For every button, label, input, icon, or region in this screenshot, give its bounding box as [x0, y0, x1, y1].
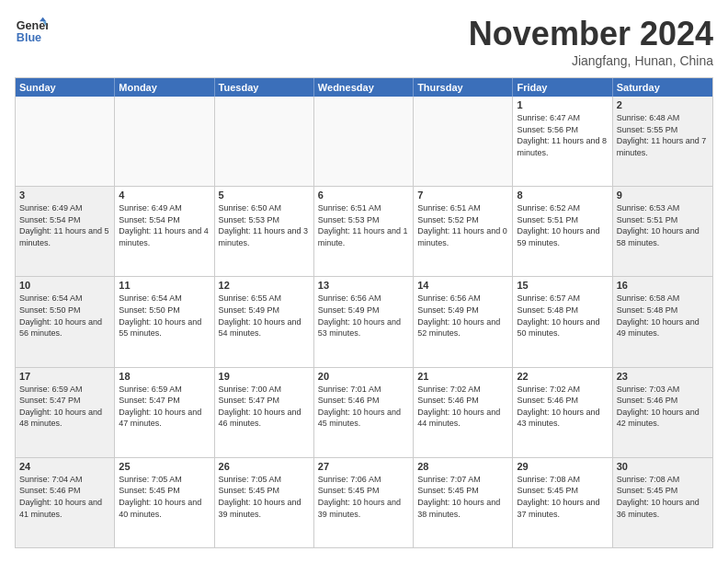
- weekday-header: Wednesday: [314, 78, 414, 97]
- cell-info: Sunrise: 7:08 AMSunset: 5:45 PMDaylight:…: [517, 474, 608, 520]
- calendar-cell: 24Sunrise: 7:04 AMSunset: 5:46 PMDayligh…: [16, 458, 115, 547]
- calendar-cell: 21Sunrise: 7:02 AMSunset: 5:46 PMDayligh…: [414, 368, 513, 457]
- header: General Blue November 2024 Jiangfang, Hu…: [15, 15, 713, 68]
- calendar-cell: 22Sunrise: 7:02 AMSunset: 5:46 PMDayligh…: [513, 368, 612, 457]
- day-number: 22: [517, 371, 608, 382]
- cell-info: Sunrise: 7:02 AMSunset: 5:46 PMDaylight:…: [517, 384, 608, 430]
- month-title: November 2024: [469, 15, 713, 53]
- calendar-cell: [414, 97, 513, 186]
- calendar-cell: 19Sunrise: 7:00 AMSunset: 5:47 PMDayligh…: [215, 368, 314, 457]
- logo-icon: General Blue: [15, 15, 48, 48]
- calendar-cell: 1Sunrise: 6:47 AMSunset: 5:56 PMDaylight…: [513, 97, 612, 186]
- calendar-cell: 26Sunrise: 7:05 AMSunset: 5:45 PMDayligh…: [215, 458, 314, 547]
- calendar-cell: 12Sunrise: 6:55 AMSunset: 5:49 PMDayligh…: [215, 277, 314, 366]
- day-number: 25: [119, 461, 210, 472]
- day-number: 14: [417, 280, 508, 291]
- calendar-cell: 23Sunrise: 7:03 AMSunset: 5:46 PMDayligh…: [613, 368, 712, 457]
- calendar-cell: [215, 97, 314, 186]
- calendar-row: 24Sunrise: 7:04 AMSunset: 5:46 PMDayligh…: [16, 457, 712, 547]
- day-number: 15: [517, 280, 608, 291]
- cell-info: Sunrise: 6:51 AMSunset: 5:52 PMDaylight:…: [417, 202, 508, 248]
- cell-info: Sunrise: 7:00 AMSunset: 5:47 PMDaylight:…: [219, 384, 310, 430]
- day-number: 2: [617, 99, 709, 110]
- calendar-cell: 27Sunrise: 7:06 AMSunset: 5:45 PMDayligh…: [314, 458, 414, 547]
- cell-info: Sunrise: 7:04 AMSunset: 5:46 PMDaylight:…: [19, 474, 110, 520]
- calendar-row: 1Sunrise: 6:47 AMSunset: 5:56 PMDaylight…: [16, 97, 712, 186]
- day-number: 17: [19, 371, 110, 382]
- cell-info: Sunrise: 6:58 AMSunset: 5:48 PMDaylight:…: [617, 293, 709, 339]
- calendar-cell: [314, 97, 414, 186]
- cell-info: Sunrise: 6:53 AMSunset: 5:51 PMDaylight:…: [617, 202, 709, 248]
- cell-info: Sunrise: 7:07 AMSunset: 5:45 PMDaylight:…: [417, 474, 508, 520]
- weekday-header: Monday: [115, 78, 214, 97]
- calendar-cell: 13Sunrise: 6:56 AMSunset: 5:49 PMDayligh…: [314, 277, 414, 366]
- calendar-cell: 15Sunrise: 6:57 AMSunset: 5:48 PMDayligh…: [513, 277, 612, 366]
- svg-text:Blue: Blue: [17, 31, 41, 44]
- calendar-cell: [115, 97, 214, 186]
- calendar-cell: 14Sunrise: 6:56 AMSunset: 5:49 PMDayligh…: [414, 277, 513, 366]
- day-number: 1: [517, 99, 608, 110]
- calendar-row: 3Sunrise: 6:49 AMSunset: 5:54 PMDaylight…: [16, 186, 712, 276]
- calendar-cell: 9Sunrise: 6:53 AMSunset: 5:51 PMDaylight…: [613, 187, 712, 276]
- day-number: 23: [617, 371, 709, 382]
- calendar-cell: 3Sunrise: 6:49 AMSunset: 5:54 PMDaylight…: [16, 187, 115, 276]
- day-number: 11: [119, 280, 210, 291]
- day-number: 7: [417, 190, 508, 201]
- calendar-cell: 30Sunrise: 7:08 AMSunset: 5:45 PMDayligh…: [613, 458, 712, 547]
- day-number: 26: [219, 461, 310, 472]
- calendar-cell: 18Sunrise: 6:59 AMSunset: 5:47 PMDayligh…: [115, 368, 214, 457]
- calendar: SundayMondayTuesdayWednesdayThursdayFrid…: [15, 77, 713, 548]
- cell-info: Sunrise: 7:05 AMSunset: 5:45 PMDaylight:…: [119, 474, 210, 520]
- day-number: 29: [517, 461, 608, 472]
- calendar-cell: 8Sunrise: 6:52 AMSunset: 5:51 PMDaylight…: [513, 187, 612, 276]
- calendar-cell: 2Sunrise: 6:48 AMSunset: 5:55 PMDaylight…: [613, 97, 712, 186]
- calendar-cell: 28Sunrise: 7:07 AMSunset: 5:45 PMDayligh…: [414, 458, 513, 547]
- calendar-cell: 25Sunrise: 7:05 AMSunset: 5:45 PMDayligh…: [115, 458, 214, 547]
- day-number: 24: [19, 461, 110, 472]
- calendar-header: SundayMondayTuesdayWednesdayThursdayFrid…: [16, 78, 712, 97]
- calendar-cell: 20Sunrise: 7:01 AMSunset: 5:46 PMDayligh…: [314, 368, 414, 457]
- calendar-row: 10Sunrise: 6:54 AMSunset: 5:50 PMDayligh…: [16, 276, 712, 366]
- calendar-cell: [16, 97, 115, 186]
- cell-info: Sunrise: 6:52 AMSunset: 5:51 PMDaylight:…: [517, 202, 608, 248]
- calendar-cell: 6Sunrise: 6:51 AMSunset: 5:53 PMDaylight…: [314, 187, 414, 276]
- day-number: 28: [417, 461, 508, 472]
- cell-info: Sunrise: 6:47 AMSunset: 5:56 PMDaylight:…: [517, 112, 608, 158]
- calendar-cell: 4Sunrise: 6:49 AMSunset: 5:54 PMDaylight…: [115, 187, 214, 276]
- calendar-cell: 10Sunrise: 6:54 AMSunset: 5:50 PMDayligh…: [16, 277, 115, 366]
- day-number: 9: [617, 190, 709, 201]
- calendar-cell: 17Sunrise: 6:59 AMSunset: 5:47 PMDayligh…: [16, 368, 115, 457]
- weekday-header: Thursday: [414, 78, 513, 97]
- cell-info: Sunrise: 6:59 AMSunset: 5:47 PMDaylight:…: [119, 384, 210, 430]
- cell-info: Sunrise: 7:01 AMSunset: 5:46 PMDaylight:…: [318, 384, 409, 430]
- day-number: 10: [19, 280, 110, 291]
- logo: General Blue: [15, 15, 51, 48]
- weekday-header: Sunday: [16, 78, 115, 97]
- cell-info: Sunrise: 6:49 AMSunset: 5:54 PMDaylight:…: [19, 202, 110, 248]
- day-number: 4: [119, 190, 210, 201]
- weekday-header: Friday: [513, 78, 612, 97]
- calendar-cell: 16Sunrise: 6:58 AMSunset: 5:48 PMDayligh…: [613, 277, 712, 366]
- day-number: 8: [517, 190, 608, 201]
- cell-info: Sunrise: 6:48 AMSunset: 5:55 PMDaylight:…: [617, 112, 709, 158]
- day-number: 16: [617, 280, 709, 291]
- cell-info: Sunrise: 6:51 AMSunset: 5:53 PMDaylight:…: [318, 202, 409, 248]
- cell-info: Sunrise: 6:55 AMSunset: 5:49 PMDaylight:…: [219, 293, 310, 339]
- day-number: 5: [219, 190, 310, 201]
- cell-info: Sunrise: 6:59 AMSunset: 5:47 PMDaylight:…: [19, 384, 110, 430]
- day-number: 13: [318, 280, 409, 291]
- calendar-cell: 11Sunrise: 6:54 AMSunset: 5:50 PMDayligh…: [115, 277, 214, 366]
- cell-info: Sunrise: 7:05 AMSunset: 5:45 PMDaylight:…: [219, 474, 310, 520]
- calendar-cell: 29Sunrise: 7:08 AMSunset: 5:45 PMDayligh…: [513, 458, 612, 547]
- cell-info: Sunrise: 6:54 AMSunset: 5:50 PMDaylight:…: [19, 293, 110, 339]
- location: Jiangfang, Hunan, China: [469, 53, 713, 68]
- title-block: November 2024 Jiangfang, Hunan, China: [469, 15, 713, 68]
- weekday-header: Tuesday: [215, 78, 314, 97]
- day-number: 21: [417, 371, 508, 382]
- cell-info: Sunrise: 6:54 AMSunset: 5:50 PMDaylight:…: [119, 293, 210, 339]
- day-number: 18: [119, 371, 210, 382]
- cell-info: Sunrise: 6:56 AMSunset: 5:49 PMDaylight:…: [417, 293, 508, 339]
- day-number: 3: [19, 190, 110, 201]
- calendar-body: 1Sunrise: 6:47 AMSunset: 5:56 PMDaylight…: [16, 97, 712, 547]
- day-number: 6: [318, 190, 409, 201]
